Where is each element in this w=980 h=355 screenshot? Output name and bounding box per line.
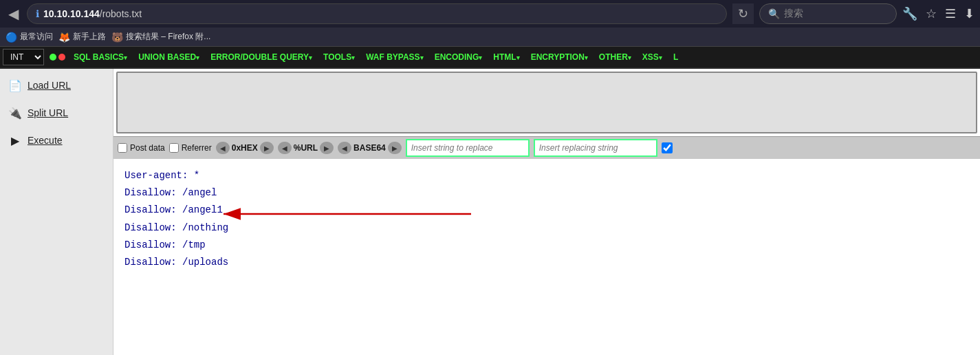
bookmark-frequent[interactable]: 🔵 最常访问 (6, 31, 53, 43)
int-dropdown[interactable]: INT (3, 49, 44, 65)
hex-encode-btn[interactable]: ◀ (216, 142, 230, 154)
url-display: 10.10.10.144/robots.txt (43, 8, 718, 19)
reload-button[interactable]: ↻ (732, 3, 754, 24)
referrer-checkbox[interactable] (169, 143, 179, 153)
search-icon: 🔍 (768, 8, 780, 19)
sidebar: 📄 Load URL 🔌 Split URL ▶ Execute (0, 69, 113, 355)
menu-icon[interactable]: ☰ (945, 6, 956, 21)
menu-encryption[interactable]: ENCRYPTION▾ (525, 48, 594, 66)
dot-red (58, 54, 65, 61)
split-url-icon: 🔌 (8, 106, 22, 120)
load-url-label: Load URL (28, 80, 71, 91)
content-line-6: Disallow: /uploads (124, 254, 969, 271)
bottom-toolbar: Post data Referrer ◀ 0xHEX ▶ ◀ %URL ▶ ◀ … (113, 136, 980, 159)
bookmark-newuser[interactable]: 🦊 新手上路 (58, 31, 106, 43)
search-bar[interactable]: 🔍 搜索 (759, 3, 897, 24)
toolbar-icons: 🔧 ☆ ☰ ⬇ (902, 6, 974, 21)
sidebar-item-load-url[interactable]: 📄 Load URL (0, 72, 113, 99)
url-path: /robots.txt (100, 8, 142, 19)
base64-group: ◀ BASE64 ▶ (338, 142, 402, 154)
post-data-label: Post data (130, 143, 165, 153)
menu-l[interactable]: L (668, 48, 684, 66)
menu-union-based[interactable]: UNION BASED▾ (133, 48, 205, 66)
base64-label: BASE64 (353, 143, 386, 153)
content-line-5: Disallow: /tmp (124, 237, 969, 254)
bookmark-icon[interactable]: ☆ (926, 6, 937, 21)
menu-tools[interactable]: TOOLS▾ (318, 48, 360, 66)
post-data-checkbox[interactable] (118, 143, 127, 153)
menu-encoding[interactable]: ENCODING▾ (429, 48, 488, 66)
execute-label: Execute (28, 135, 63, 146)
bookmark-newuser-icon: 🦊 (58, 32, 70, 43)
main-area: 📄 Load URL 🔌 Split URL ▶ Execute Post da… (0, 69, 980, 355)
load-url-icon: 📄 (8, 78, 22, 92)
menu-waf-bypass[interactable]: WAF BYPASS▾ (360, 48, 428, 66)
url-label: %URL (294, 143, 318, 153)
content-line-2: Disallow: /angel (124, 184, 969, 202)
replace-checkbox[interactable] (662, 142, 673, 153)
browser-chrome: ◀ ℹ 10.10.10.144/robots.txt ↻ 🔍 搜索 🔧 ☆ ☰… (0, 0, 980, 69)
url-encode-btn[interactable]: ◀ (278, 142, 292, 154)
text-content: User-agent: * Disallow: /angel Disallow:… (113, 159, 980, 355)
menu-xss[interactable]: XSS▾ (637, 48, 668, 66)
hex-label: 0xHEX (232, 143, 258, 153)
tools-icon[interactable]: 🔧 (902, 6, 917, 21)
bookmarks-bar: 🔵 最常访问 🦊 新手上路 🐻 搜索结果 – Firefox 附... (0, 28, 980, 47)
base64-decode-btn[interactable]: ▶ (388, 142, 402, 154)
plugin-menu: SQL BASICS▾ UNION BASED▾ ERROR/DOUBLE QU… (68, 48, 684, 66)
menu-sql-basics[interactable]: SQL BASICS▾ (68, 48, 133, 66)
bookmark-search-icon: 🐻 (111, 32, 123, 43)
split-url-label: Split URL (28, 107, 68, 118)
referrer-label: Referrer (182, 143, 212, 153)
address-bar[interactable]: ℹ 10.10.10.144/robots.txt (27, 3, 727, 24)
bookmark-newuser-label: 新手上路 (73, 31, 106, 43)
bookmark-frequent-icon: 🔵 (6, 32, 17, 43)
post-data-checkbox-label[interactable]: Post data (118, 143, 165, 153)
base64-encode-btn[interactable]: ◀ (338, 142, 351, 154)
content-area: Post data Referrer ◀ 0xHEX ▶ ◀ %URL ▶ ◀ … (113, 69, 980, 355)
download-icon[interactable]: ⬇ (964, 6, 974, 21)
url-group: ◀ %URL ▶ (278, 142, 334, 154)
menu-html[interactable]: HTML▾ (488, 48, 525, 66)
address-bar-row: ◀ ℹ 10.10.10.144/robots.txt ↻ 🔍 搜索 🔧 ☆ ☰… (0, 0, 980, 28)
status-dots (50, 54, 65, 61)
hex-decode-btn[interactable]: ▶ (260, 142, 274, 154)
referrer-checkbox-label[interactable]: Referrer (169, 143, 212, 153)
menu-error-double[interactable]: ERROR/DOUBLE QUERY▾ (205, 48, 318, 66)
dot-green (50, 54, 56, 61)
bookmark-search-label: 搜索结果 – Firefox 附... (126, 31, 210, 43)
search-placeholder-text: 搜索 (784, 8, 803, 20)
content-line-3: Disallow: /angel1 (124, 202, 969, 219)
url-domain: 10.10.10.144 (43, 8, 100, 19)
content-line-4: Disallow: /nothing (124, 219, 969, 237)
content-line-1: User-agent: * (124, 167, 969, 184)
url-input-area[interactable] (116, 72, 977, 133)
info-icon: ℹ (36, 8, 39, 19)
plugin-toolbar: INT SQL BASICS▾ UNION BASED▾ ERROR/DOUBL… (0, 47, 980, 69)
sidebar-item-split-url[interactable]: 🔌 Split URL (0, 99, 113, 127)
url-decode-btn[interactable]: ▶ (320, 142, 334, 154)
bookmark-frequent-label: 最常访问 (20, 31, 53, 43)
insert-replacing-input[interactable] (534, 139, 657, 157)
execute-icon: ▶ (8, 133, 22, 147)
insert-replace-input[interactable] (406, 139, 530, 157)
sidebar-item-execute[interactable]: ▶ Execute (0, 127, 113, 154)
menu-other[interactable]: OTHER▾ (594, 48, 637, 66)
bookmark-search[interactable]: 🐻 搜索结果 – Firefox 附... (111, 31, 210, 43)
hex-group: ◀ 0xHEX ▶ (216, 142, 274, 154)
back-button[interactable]: ◀ (6, 3, 21, 25)
